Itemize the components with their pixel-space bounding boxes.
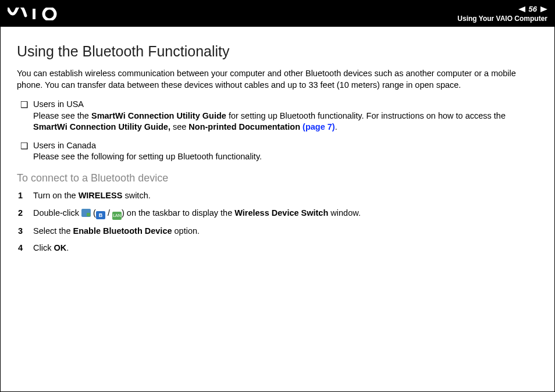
slash-sep: / bbox=[105, 208, 112, 218]
bullet-list: ❑ Users in USA Please see the SmartWi Co… bbox=[17, 99, 538, 163]
header-section-label: Using Your VAIO Computer bbox=[457, 15, 547, 23]
page-content: Using the Bluetooth Functionality You ca… bbox=[1, 27, 554, 254]
page-title: Using the Bluetooth Functionality bbox=[17, 43, 538, 60]
next-page-arrow-icon[interactable] bbox=[540, 6, 547, 12]
bullet-mark-icon: ❑ bbox=[17, 99, 33, 133]
bullet-bold: Non-printed Documentation bbox=[188, 122, 303, 131]
page-link[interactable]: (page 7) bbox=[303, 122, 335, 131]
step-number: 2 bbox=[17, 208, 33, 220]
step-text: switch. bbox=[122, 191, 150, 200]
vaio-logo bbox=[8, 1, 65, 27]
sub-heading: To connect to a Bluetooth device bbox=[17, 172, 538, 184]
step-body: Click OK. bbox=[33, 243, 538, 254]
step-text: window. bbox=[328, 208, 361, 218]
step-body: Turn on the WIRELESS switch. bbox=[33, 190, 538, 202]
bullet-text: see bbox=[170, 122, 188, 131]
bluetooth-b-icon: B bbox=[96, 211, 105, 219]
bullet-item: ❑ Users in Canada Please see the followi… bbox=[17, 140, 538, 163]
bullet-body: Users in Canada Please see the following… bbox=[33, 140, 538, 163]
step-bold: OK bbox=[54, 243, 66, 252]
step-body: Select the Enable Bluetooth Device optio… bbox=[33, 226, 538, 237]
step-number: 3 bbox=[17, 226, 33, 237]
step-text: on the taskbar to display the bbox=[124, 208, 234, 218]
header-nav: 56 Using Your VAIO Computer bbox=[457, 5, 547, 23]
step-text: . bbox=[66, 243, 69, 252]
step-number: 4 bbox=[17, 243, 33, 254]
step-text: Turn on the bbox=[33, 191, 79, 200]
intro-paragraph: You can establish wireless communication… bbox=[17, 68, 538, 91]
step-number: 1 bbox=[17, 190, 33, 202]
step-bold: Wireless Device Switch bbox=[234, 208, 328, 218]
svg-rect-0 bbox=[33, 9, 35, 19]
step-body: Double-click (B / LAN) on the taskbar to… bbox=[33, 208, 538, 220]
taskbar-combined-icon bbox=[81, 209, 91, 217]
step-item: 1 Turn on the WIRELESS switch. bbox=[17, 190, 538, 202]
step-text: Double-click bbox=[33, 208, 81, 218]
step-bold: WIRELESS bbox=[79, 191, 123, 200]
bullet-text: Please see the following for setting up … bbox=[33, 152, 262, 161]
step-list: 1 Turn on the WIRELESS switch. 2 Double-… bbox=[17, 190, 538, 254]
bullet-bold: SmartWi Connection Utility Guide, bbox=[33, 122, 170, 131]
bullet-text: Please see the bbox=[33, 111, 91, 120]
step-item: 4 Click OK. bbox=[17, 243, 538, 254]
bullet-text: . bbox=[335, 122, 337, 131]
step-bold: Enable Bluetooth Device bbox=[73, 226, 172, 236]
step-text: option. bbox=[172, 226, 200, 236]
svg-point-1 bbox=[44, 8, 55, 20]
bullet-body: Users in USA Please see the SmartWi Conn… bbox=[33, 99, 538, 133]
step-item: 2 Double-click (B / LAN) on the taskbar … bbox=[17, 208, 538, 220]
page-number: 56 bbox=[529, 5, 537, 13]
vaio-logo-svg bbox=[8, 8, 65, 20]
step-item: 3 Select the Enable Bluetooth Device opt… bbox=[17, 226, 538, 237]
bullet-bold: SmartWi Connection Utility Guide bbox=[91, 111, 226, 120]
step-text: Click bbox=[33, 243, 54, 252]
header-bar: 56 Using Your VAIO Computer bbox=[1, 1, 554, 27]
lan-icon: LAN bbox=[112, 212, 122, 220]
prev-page-arrow-icon[interactable] bbox=[518, 6, 525, 12]
bullet-mark-icon: ❑ bbox=[17, 140, 33, 163]
step-text: Select the bbox=[33, 226, 73, 236]
bullet-item: ❑ Users in USA Please see the SmartWi Co… bbox=[17, 99, 538, 133]
bullet-heading: Users in USA bbox=[33, 99, 84, 109]
bullet-heading: Users in Canada bbox=[33, 141, 96, 150]
bullet-text: for setting up Bluetooth functionality. … bbox=[226, 111, 506, 120]
